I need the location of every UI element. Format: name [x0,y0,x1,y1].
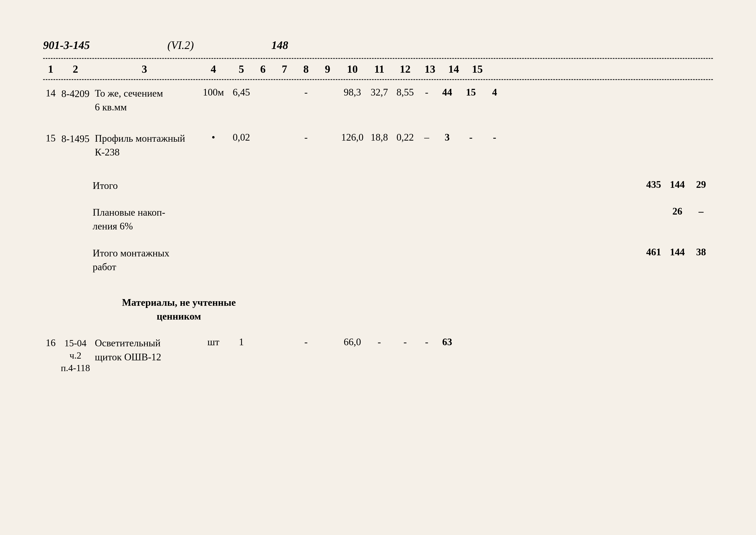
row16-col12b: - [418,336,435,348]
table-row-16: 16 15-04 ч.2 п.4-118 Осветительный щиток… [43,327,713,380]
row16-num: 16 [43,336,58,349]
row15-desc: Профиль монтажный К-238 [93,131,196,159]
col-header-6: 6 [252,63,274,75]
header-code: 901-3-145 [43,39,90,51]
itogo-montazh-col13: 461 [642,246,665,258]
col-header-8: 8 [295,63,317,75]
row14-ref: 8-4209 [58,86,93,100]
itogo-col14: 144 [665,179,689,190]
col-header-12: 12 [392,63,418,75]
row15-col15: - [483,131,506,143]
row14-desc: То же, сечением 6 кв.мм [93,86,196,114]
header-page: 148 [271,39,288,51]
itogo-montazh-label: Итого монтажных работ [93,246,235,274]
itogo-col15: 29 [689,179,713,190]
row14-col8: - [295,86,317,98]
row15-num: 15 [43,131,58,144]
row15-col14: - [459,131,483,143]
row16-unit: шт [196,336,230,348]
planovye-label: Плановые накоп- ления 6% [93,206,235,233]
table-row-14: 14 8-4209 То же, сечением 6 кв.мм 100м 6… [43,80,713,121]
row16-ref: 15-04 ч.2 п.4-118 [58,336,93,374]
itogo-montazh-col14: 144 [665,246,689,258]
col-header-9: 9 [317,63,338,75]
row14-col12: 8,55 [392,86,418,98]
row15-col13: 3 [435,131,459,143]
row15-qty: 0,02 [230,131,252,143]
summary-itogo: Итого 435 144 29 [43,175,713,197]
col-header-2: 2 [58,63,93,75]
col-header-10: 10 [338,63,366,75]
materials-header-row: Материалы, не учтенные ценником [43,289,713,328]
planovye-col14: – [689,206,713,217]
row15-col10: 126,0 [338,131,366,143]
col-header-15: 15 [466,63,489,75]
summary-planovye: Плановые накоп- ления 6% 26 – [43,201,713,238]
page: 901-3-145 (VI.2) 148 1 2 3 4 5 6 7 8 9 1… [0,0,756,535]
row15-col11: 18,8 [366,131,392,143]
col-header-5: 5 [230,63,252,75]
planovye-col13: 26 [665,206,689,217]
materials-header: Материалы, не учтенные ценником [93,289,265,328]
col-header-4: 4 [196,63,230,75]
row14-col15: 4 [483,86,506,98]
row16-col12: - [392,336,418,348]
summary-itogo-montazh: Итого монтажных работ 461 144 38 [43,242,713,278]
col-header-7: 7 [274,63,295,75]
row16-col11: - [366,336,392,348]
row14-col13: 44 [435,86,459,98]
row14-qty: 6,45 [230,86,252,98]
row14-col10: 98,3 [338,86,366,98]
row15-col8: - [295,131,317,143]
row14-col14: 15 [459,86,483,98]
col-header-13: 13 [418,63,442,75]
row15-col12b: – [418,131,435,143]
row14-col12b: - [418,86,435,98]
itogo-col13: 435 [642,179,665,190]
itogo-label: Итого [93,179,222,193]
row14-col11: 32,7 [366,86,392,98]
row15-ref: 8-1495 [58,131,93,145]
col-header-14: 14 [442,63,466,75]
row16-col13: 63 [435,336,459,348]
row14-unit: 100м [196,86,230,98]
row15-unit: • [196,131,230,143]
itogo-vals: 435 144 29 [222,179,713,190]
header-row: 901-3-145 (VI.2) 148 [43,39,713,51]
table-row-15: 15 8-1495 Профиль монтажный К-238 • 0,02… [43,121,713,166]
header-section: (VI.2) [168,39,194,51]
row16-desc: Осветительный щиток ОШВ-12 [93,336,196,364]
row16-col10: 66,0 [338,336,366,348]
col-header-1: 1 [43,63,58,75]
row14-num: 14 [43,86,58,99]
row16-qty: 1 [230,336,252,348]
column-headers: 1 2 3 4 5 6 7 8 9 10 11 12 13 14 15 [43,59,713,79]
row15-col12: 0,22 [392,131,418,143]
col-header-11: 11 [366,63,392,75]
col-header-3: 3 [93,63,196,75]
row16-col8: - [295,336,317,348]
itogo-montazh-col15: 38 [689,246,713,258]
